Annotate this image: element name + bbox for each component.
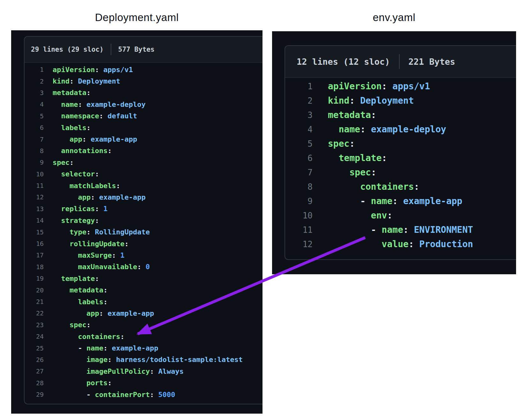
token-pun [53, 286, 70, 294]
token-pun: : [103, 344, 107, 352]
token-pun [53, 193, 78, 201]
token-pun [53, 275, 61, 283]
line-number: 3 [25, 89, 44, 97]
token-key: rollingUpdate [70, 240, 124, 248]
token-pun [154, 391, 158, 399]
token-pun: : [107, 356, 112, 364]
token-pun: : [349, 95, 355, 106]
env-file-size: 221 Bytes [409, 57, 455, 67]
token-num: 1 [103, 205, 107, 213]
token-key: name [371, 196, 392, 206]
env-file-header: 12 lines (12 sloc) 221 Bytes [285, 46, 516, 78]
code-text: labels: [53, 298, 107, 306]
token-pun [53, 379, 86, 387]
line-number: 8 [285, 182, 313, 192]
token-key: matchLabels [70, 182, 116, 190]
token-key: ports [86, 379, 107, 387]
token-pun: : [103, 286, 107, 294]
line-number: 20 [25, 286, 44, 294]
token-pun [328, 124, 339, 135]
token-pun: : [95, 205, 99, 213]
token-pun: : [414, 181, 419, 192]
token-pun: : [371, 110, 376, 120]
token-pun [414, 239, 419, 249]
token-pun: : [409, 239, 414, 249]
line-number: 10 [25, 170, 44, 178]
token-pun [53, 321, 70, 329]
token-pun [91, 228, 95, 236]
token-pun [53, 251, 78, 259]
code-text: matchLabels: [53, 182, 120, 190]
code-text: labels: [53, 124, 91, 132]
token-pun: : [107, 147, 112, 155]
file-title-deployment: Deployment.yaml [11, 11, 262, 24]
token-key: spec [349, 167, 371, 178]
header-divider [111, 44, 111, 55]
line-number: 4 [285, 125, 313, 134]
token-pun [154, 367, 158, 375]
code-text: env: [328, 210, 392, 221]
token-pun: : [349, 138, 355, 149]
code-line: 11 - name: ENVIRONMENT [285, 223, 516, 237]
line-number: 14 [25, 217, 44, 224]
code-text: namespace: default [53, 112, 137, 120]
token-str: default [107, 112, 137, 120]
token-pun [409, 225, 414, 235]
token-str: example-app [112, 344, 158, 352]
token-str: example-deploy [371, 124, 446, 135]
line-number: 29 [25, 391, 44, 398]
line-number: 15 [25, 228, 44, 236]
token-key: template [339, 153, 382, 163]
env-yaml-panel: 12 lines (12 sloc) 221 Bytes 1apiVersion… [272, 31, 516, 274]
token-pun [366, 124, 371, 135]
token-pun [328, 239, 382, 249]
line-number: 24 [25, 333, 44, 340]
token-pun: : [91, 193, 95, 201]
token-key: env [371, 210, 387, 221]
token-pun: : [150, 367, 154, 375]
deployment-code-area: 1apiVersion: apps/v12kind: Deployment3me… [25, 63, 262, 400]
token-str: example-app [403, 196, 462, 206]
deployment-file-card: 29 lines (29 sloc) 577 Bytes 1apiVersion… [24, 36, 262, 404]
code-text: strategy: [53, 217, 99, 225]
code-text: maxSurge: 1 [53, 251, 124, 259]
token-pun [53, 100, 61, 108]
line-number: 3 [285, 110, 313, 120]
deployment-file-header: 29 lines (29 sloc) 577 Bytes [25, 37, 262, 63]
line-number: 19 [25, 275, 44, 282]
token-str: ENVIRONMENT [414, 225, 473, 235]
code-line: 19 template: [25, 273, 262, 284]
code-line: 8 containers: [285, 180, 516, 194]
line-number: 6 [25, 124, 44, 131]
token-key: labels [61, 124, 86, 132]
token-str: RollingUpdate [95, 228, 150, 236]
token-pun: : [403, 225, 409, 235]
token-pun [53, 333, 78, 341]
code-line: 12 app: example-app [25, 191, 262, 203]
code-line: 3metadata: [285, 108, 516, 122]
code-line: 22 app: example-app [25, 307, 262, 319]
line-number: 12 [285, 239, 313, 249]
token-pun [53, 205, 61, 213]
code-line: 8 annotations: [25, 145, 262, 157]
token-key: app [78, 193, 91, 201]
code-text: template: [328, 153, 387, 163]
token-pun: : [86, 124, 91, 132]
env-file-card: 12 lines (12 sloc) 221 Bytes 1apiVersion… [285, 45, 516, 260]
code-text: metadata: [53, 89, 91, 97]
code-text: replicas: 1 [53, 205, 107, 213]
code-line: 5spec: [285, 136, 516, 151]
token-pun: - [53, 391, 95, 399]
code-text: spec: [53, 321, 91, 329]
code-line: 4 name: example-deploy [25, 99, 262, 110]
code-text: apiVersion: apps/v1 [328, 81, 430, 92]
token-pun [86, 135, 91, 143]
code-text: name: example-deploy [53, 100, 145, 108]
code-text: selector: [53, 170, 99, 178]
code-text: name: example-deploy [328, 124, 446, 135]
code-text: imagePullPolicy: Always [53, 367, 184, 375]
token-str: example-deploy [86, 100, 145, 108]
code-text: metadata: [328, 110, 376, 120]
token-key: selector [61, 170, 95, 178]
line-number: 11 [25, 182, 44, 189]
